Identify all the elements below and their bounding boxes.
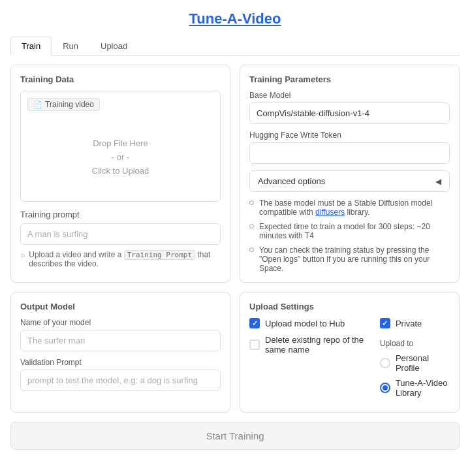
diffusers-link[interactable]: diffusers <box>315 208 345 217</box>
hint-text-content: Upload a video and write a Training Prom… <box>29 250 221 268</box>
tab-run[interactable]: Run <box>52 37 89 55</box>
training-prompt-input[interactable] <box>20 223 221 245</box>
validation-prompt-input[interactable] <box>20 370 221 391</box>
upload-right-col: Private Upload to Personal Profile Tune-… <box>380 318 450 403</box>
page-container: Tune-A-Video Train Run Upload Training D… <box>0 0 470 460</box>
delete-repo-label: Delete existing repo of the same name <box>265 335 367 355</box>
private-row[interactable]: Private <box>380 318 450 328</box>
info-text-2: Expected time to train a model for 300 s… <box>259 222 450 240</box>
training-params-title: Training Parameters <box>249 74 450 84</box>
upload-to-hub-label: Upload model to Hub <box>265 319 345 328</box>
training-prompt-label: Training prompt <box>20 210 221 219</box>
model-name-group: Name of your model <box>20 318 221 351</box>
hf-token-input[interactable] <box>249 142 450 164</box>
file-tag: 📄 Training video <box>27 98 100 111</box>
info-dot-3 <box>249 247 254 252</box>
upload-area[interactable]: 📄 Training video Drop File Here - or - C… <box>20 91 221 202</box>
file-tag-label: Training video <box>45 100 94 109</box>
tab-train[interactable]: Train <box>10 37 52 56</box>
training-hint: ○ Upload a video and write a Training Pr… <box>20 250 221 268</box>
info-dot-2 <box>249 224 254 229</box>
radio-personal-profile-label: Personal Profile <box>396 353 450 373</box>
radio-personal-profile-btn[interactable] <box>380 358 390 368</box>
private-checkbox[interactable] <box>380 318 390 328</box>
base-model-input[interactable] <box>249 103 450 124</box>
drop-text: Drop File Here - or - Click to Upload <box>27 137 213 178</box>
validation-prompt-group: Validation Prompt <box>20 358 221 391</box>
drop-line1: Drop File Here <box>27 137 213 151</box>
main-grid: Training Data 📄 Training video Drop File… <box>10 65 460 283</box>
validation-prompt-label: Validation Prompt <box>20 358 221 367</box>
upload-settings-panel: Upload Settings Upload model to Hub Dele… <box>240 292 460 413</box>
info-item-2: Expected time to train a model for 300 s… <box>249 222 450 240</box>
advanced-options-label: Advanced options <box>258 176 325 186</box>
training-data-panel: Training Data 📄 Training video Drop File… <box>10 65 230 283</box>
start-training-button[interactable]: Start Training <box>10 422 460 450</box>
base-model-label: Base Model <box>249 91 450 100</box>
training-params-panel: Training Parameters Base Model Hugging F… <box>240 65 460 283</box>
base-model-group: Base Model <box>249 91 450 124</box>
info-dot-1 <box>249 200 254 205</box>
output-model-panel: Output Model Name of your model Validati… <box>10 292 230 413</box>
hint-dot: ○ <box>20 251 25 260</box>
hf-token-label: Hugging Face Write Token <box>249 131 450 140</box>
info-list: The base model must be a Stable Diffusio… <box>249 198 450 273</box>
upload-to-hub-checkbox[interactable] <box>249 318 260 328</box>
hf-token-group: Hugging Face Write Token <box>249 131 450 164</box>
hint-code: Training Prompt <box>124 250 195 260</box>
advanced-options-row[interactable]: Advanced options ◀ <box>249 170 450 192</box>
model-name-input[interactable] <box>20 330 221 351</box>
radio-library-label: Tune-A-Video Library <box>396 378 450 398</box>
upload-to-label: Upload to <box>380 339 450 348</box>
delete-repo-checkbox[interactable] <box>249 340 260 350</box>
upload-left-col: Upload model to Hub Delete existing repo… <box>249 318 367 403</box>
output-model-title: Output Model <box>20 302 221 311</box>
upload-settings-row: Upload model to Hub Delete existing repo… <box>249 318 450 403</box>
drop-line2: - or - <box>27 151 213 165</box>
info-text-3: You can check the training status by pre… <box>259 246 450 273</box>
file-icon: 📄 <box>33 101 42 109</box>
training-data-title: Training Data <box>20 74 221 84</box>
drop-line3: Click to Upload <box>27 165 213 178</box>
bottom-grid: Output Model Name of your model Validati… <box>10 292 460 413</box>
private-label: Private <box>396 319 422 328</box>
tabs-bar: Train Run Upload <box>10 37 460 56</box>
chevron-left-icon: ◀ <box>435 177 441 186</box>
page-title: Tune-A-Video <box>10 10 460 27</box>
radio-library-btn[interactable] <box>380 383 390 393</box>
radio-library[interactable]: Tune-A-Video Library <box>380 378 450 398</box>
model-name-label: Name of your model <box>20 318 221 327</box>
info-item-1: The base model must be a Stable Diffusio… <box>249 198 450 217</box>
upload-settings-title: Upload Settings <box>249 302 450 311</box>
tab-upload[interactable]: Upload <box>89 37 138 55</box>
radio-personal-profile[interactable]: Personal Profile <box>380 353 450 373</box>
delete-repo-row[interactable]: Delete existing repo of the same name <box>249 335 367 355</box>
upload-to-hub-row[interactable]: Upload model to Hub <box>249 318 367 328</box>
info-text-1: The base model must be a Stable Diffusio… <box>259 198 450 217</box>
info-item-3: You can check the training status by pre… <box>249 246 450 273</box>
